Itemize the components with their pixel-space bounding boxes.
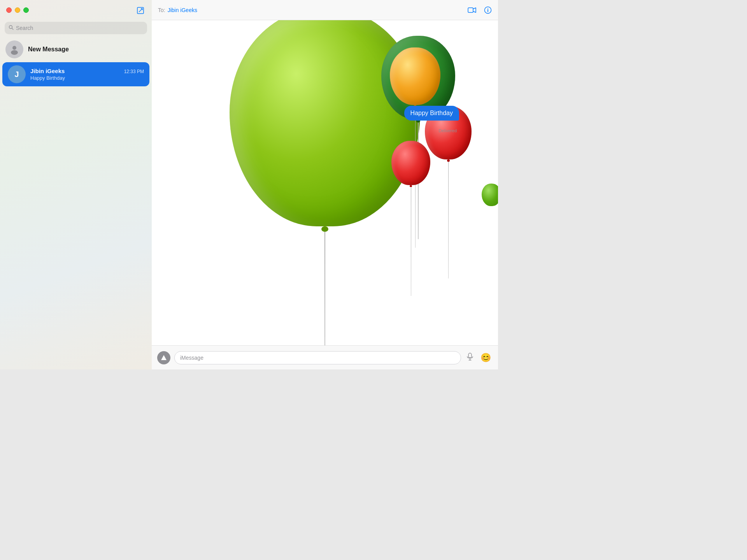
message-input[interactable] [174,351,461,364]
avatar-letter: J [14,70,19,79]
main-chat-area: To: Jibin iGeeks [152,0,498,369]
conversation-item[interactable]: J Jibin iGeeks 12:33 PM Happy Birthday [2,62,149,86]
balloon-red-1-string [411,187,411,296]
balloon-red-1-body [391,141,430,185]
maximize-button[interactable] [23,7,29,13]
svg-point-5 [11,50,18,55]
svg-point-4 [12,46,16,50]
conversation-time: 12:33 PM [124,69,144,74]
balloon-red-2-string [448,162,449,278]
svg-point-9 [487,8,488,9]
search-placeholder: Search [16,25,33,31]
traffic-lights [0,7,29,13]
new-message-label: New Message [28,46,69,53]
balloon-red-1 [391,141,430,191]
svg-point-2 [9,26,12,29]
balloon-tiny-green-body [482,184,498,206]
minimize-button[interactable] [15,7,20,13]
conversation-name: Jibin iGeeks [30,68,65,74]
chat-header-to-label: To: [158,7,165,13]
emoji-button[interactable]: 😊 [479,351,493,364]
svg-rect-10 [468,353,472,358]
balloon-orange-body [390,47,440,105]
balloon-scene: Happy Birthday Delivered [152,20,498,345]
chat-header-name: Jibin iGeeks [168,7,197,13]
info-button[interactable] [484,6,492,14]
audio-input-button[interactable] [465,351,475,364]
chat-header: To: Jibin iGeeks [152,0,498,20]
conv-name-row: Jibin iGeeks 12:33 PM [30,68,144,74]
input-bar: 😊 [152,345,498,369]
conversation-preview: Happy Birthday [30,75,144,81]
svg-rect-6 [468,8,473,12]
search-bar-container: Search [0,20,152,37]
sidebar: Search New Message J Jibin iGeeks 12:33 … [0,0,152,369]
new-message-item[interactable]: New Message [0,37,152,62]
balloon-big-green-knot [321,226,328,232]
svg-line-3 [12,28,13,30]
app-window: Search New Message J Jibin iGeeks 12:33 … [0,0,498,369]
search-bar[interactable]: Search [5,22,147,34]
app-store-button[interactable] [157,351,170,364]
delivered-label: Delivered [439,128,457,133]
conversation-info: Jibin iGeeks 12:33 PM Happy Birthday [30,68,144,81]
video-call-button[interactable] [468,7,476,13]
close-button[interactable] [6,7,12,13]
chat-header-actions [468,6,492,14]
conversation-avatar: J [8,65,26,83]
search-icon [9,25,14,31]
sidebar-titlebar [0,0,152,20]
balloon-big-green-string [324,231,325,345]
new-message-avatar [5,40,23,58]
balloon-orange [390,47,440,112]
balloon-tiny-green [482,184,498,209]
message-bubble: Happy Birthday [404,106,459,121]
person-icon [9,44,20,55]
